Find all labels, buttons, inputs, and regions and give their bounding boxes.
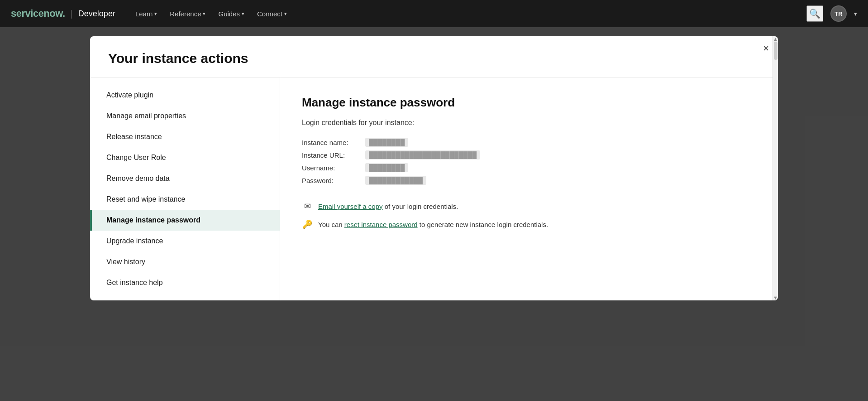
nav-guides[interactable]: Guides ▾ <box>213 6 250 21</box>
sidebar-item-manage-email-properties[interactable]: Manage email properties <box>90 106 280 126</box>
nav-reference[interactable]: Reference ▾ <box>164 6 211 21</box>
cred-label-0: Instance name: <box>302 139 365 146</box>
nav-links: Learn ▾ Reference ▾ Guides ▾ Connect ▾ <box>130 6 792 21</box>
action-row-0: ✉Email yourself a copy of your login cre… <box>302 201 756 211</box>
content-subtitle: Login credentials for your instance: <box>302 119 756 127</box>
nav-learn[interactable]: Learn ▾ <box>130 6 162 21</box>
logo[interactable]: servicenow. <box>11 8 65 19</box>
content-title: Manage instance password <box>302 96 756 110</box>
user-avatar[interactable]: TR <box>830 5 847 22</box>
nav-connect-label: Connect <box>257 10 282 18</box>
cred-value-0: ████████ <box>365 138 408 147</box>
email-copy-link[interactable]: Email yourself a copy <box>318 203 383 210</box>
modal-title: Your instance actions <box>90 36 778 77</box>
cred-row-3: Password:████████████ <box>302 174 756 187</box>
sidebar-item-activate-plugin[interactable]: Activate plugin <box>90 85 280 106</box>
search-button[interactable]: 🔍 <box>806 5 823 22</box>
email-icon: ✉ <box>302 201 313 211</box>
sidebar-item-remove-demo-data[interactable]: Remove demo data <box>90 168 280 189</box>
navbar-right: 🔍 TR ▾ <box>806 5 857 22</box>
cred-row-1: Instance URL:████████████████████████ <box>302 149 756 161</box>
reset-password-link[interactable]: reset instance password <box>344 221 418 228</box>
cred-value-1: ████████████████████████ <box>365 150 480 159</box>
nav-divider: | <box>71 9 73 19</box>
cred-label-1: Instance URL: <box>302 151 365 159</box>
action-text-1: You can reset instance password to gener… <box>318 221 548 228</box>
navbar: servicenow. | Developer Learn ▾ Referenc… <box>0 0 868 27</box>
sidebar-item-manage-instance-password[interactable]: Manage instance password <box>90 210 280 231</box>
nav-connect[interactable]: Connect ▾ <box>252 6 292 21</box>
action-rows: ✉Email yourself a copy of your login cre… <box>302 201 756 229</box>
sidebar-item-get-instance-help[interactable]: Get instance help <box>90 272 280 293</box>
modal-close-button[interactable]: × <box>763 43 769 53</box>
developer-label: Developer <box>78 9 115 19</box>
nav-learn-chevron: ▾ <box>154 11 157 17</box>
cred-value-3: ████████████ <box>365 176 426 185</box>
modal: × Your instance actions Activate pluginM… <box>90 36 778 300</box>
sidebar: Activate pluginManage email propertiesRe… <box>90 77 280 300</box>
sidebar-item-change-user-role[interactable]: Change User Role <box>90 147 280 168</box>
cred-label-2: Username: <box>302 164 365 172</box>
action-row-1: 🔑You can reset instance password to gene… <box>302 219 756 229</box>
scroll-indicator: ▲ ▼ <box>773 77 778 300</box>
key-icon: 🔑 <box>302 219 313 229</box>
cred-label-3: Password: <box>302 177 365 184</box>
credentials-table: Instance name:████████Instance URL:█████… <box>302 136 756 187</box>
cred-row-2: Username:████████ <box>302 161 756 174</box>
scroll-down-arrow[interactable]: ▼ <box>773 295 778 300</box>
modal-overlay: × Your instance actions Activate pluginM… <box>0 27 868 401</box>
modal-body: Activate pluginManage email propertiesRe… <box>90 77 778 300</box>
cred-value-2: ████████ <box>365 163 408 172</box>
nav-guides-chevron: ▾ <box>242 11 244 17</box>
sidebar-item-release-instance[interactable]: Release instance <box>90 126 280 147</box>
nav-connect-chevron: ▾ <box>284 11 287 17</box>
sidebar-item-upgrade-instance[interactable]: Upgrade instance <box>90 231 280 251</box>
action-text-0: Email yourself a copy of your login cred… <box>318 203 458 210</box>
nav-reference-chevron: ▾ <box>203 11 205 17</box>
avatar-chevron[interactable]: ▾ <box>854 10 857 17</box>
nav-guides-label: Guides <box>218 10 240 18</box>
nav-learn-label: Learn <box>135 10 153 18</box>
cred-row-0: Instance name:████████ <box>302 136 756 149</box>
brand: servicenow. | Developer <box>11 8 115 19</box>
logo-text: servicenow. <box>11 8 65 19</box>
content-area: Manage instance password Login credentia… <box>280 77 778 300</box>
sidebar-item-reset-and-wipe-instance[interactable]: Reset and wipe instance <box>90 189 280 210</box>
sidebar-item-view-history[interactable]: View history <box>90 251 280 272</box>
nav-reference-label: Reference <box>170 10 201 18</box>
